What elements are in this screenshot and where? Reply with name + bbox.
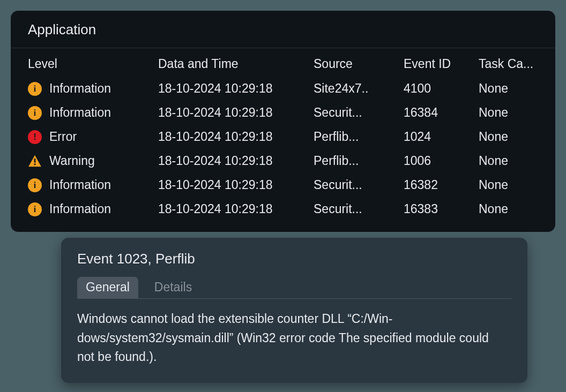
source-cell: Securit... — [314, 202, 404, 216]
level-cell: iInformation — [28, 202, 158, 216]
svg-rect-1 — [34, 163, 36, 165]
datetime-cell: 18-10-2024 10:29:18 — [158, 81, 314, 96]
event-detail-panel: Event 1023, Perflib General Details Wind… — [61, 238, 527, 383]
table-row[interactable]: iInformation18-10-2024 10:29:18Site24x7.… — [28, 77, 538, 101]
column-header-task[interactable]: Task Ca... — [479, 57, 538, 71]
level-text: Warning — [49, 154, 95, 168]
level-text: Information — [49, 178, 111, 192]
column-header-level[interactable]: Level — [28, 57, 158, 71]
error-icon: ! — [28, 130, 42, 144]
table-header: Level Data and Time Source Event ID Task… — [11, 48, 555, 77]
source-cell: Perflib... — [314, 154, 404, 168]
level-cell: iInformation — [28, 105, 158, 120]
datetime-cell: 18-10-2024 10:29:18 — [158, 130, 314, 144]
detail-tabs: General Details — [77, 277, 511, 299]
task-cell: None — [479, 178, 538, 192]
table-row[interactable]: Warning18-10-2024 10:29:18Perflib...1006… — [28, 149, 538, 173]
level-text: Information — [49, 202, 111, 216]
task-cell: None — [479, 202, 538, 216]
info-icon: i — [28, 82, 42, 96]
detail-body: Windows cannot load the extensible count… — [77, 310, 495, 367]
level-cell: !Error — [28, 130, 158, 144]
eventid-cell: 4100 — [404, 81, 479, 96]
level-cell: Warning — [28, 154, 158, 168]
eventid-cell: 1024 — [404, 130, 479, 144]
table-row[interactable]: iInformation18-10-2024 10:29:18Securit..… — [28, 197, 538, 221]
column-header-eventid[interactable]: Event ID — [404, 57, 479, 71]
column-header-source[interactable]: Source — [314, 57, 404, 71]
datetime-cell: 18-10-2024 10:29:18 — [158, 202, 314, 216]
level-cell: iInformation — [28, 81, 158, 96]
table-row[interactable]: iInformation18-10-2024 10:29:18Securit..… — [28, 173, 538, 197]
panel-title: Application — [28, 21, 538, 38]
level-cell: iInformation — [28, 178, 158, 192]
panel-header: Application — [11, 11, 555, 48]
svg-rect-0 — [34, 159, 36, 163]
source-cell: Perflib... — [314, 130, 404, 144]
info-icon: i — [28, 202, 42, 216]
tab-general[interactable]: General — [77, 277, 138, 299]
eventid-cell: 1006 — [404, 154, 479, 168]
table-row[interactable]: iInformation18-10-2024 10:29:18Securit..… — [28, 101, 538, 125]
column-header-datetime[interactable]: Data and Time — [158, 57, 314, 71]
info-icon: i — [28, 178, 42, 192]
source-cell: Securit... — [314, 105, 404, 120]
task-cell: None — [479, 81, 538, 96]
warning-icon — [28, 154, 42, 168]
source-cell: Site24x7.. — [314, 81, 404, 96]
task-cell: None — [479, 154, 538, 168]
table-row[interactable]: !Error18-10-2024 10:29:18Perflib...1024N… — [28, 125, 538, 149]
datetime-cell: 18-10-2024 10:29:18 — [158, 105, 314, 120]
tab-details[interactable]: Details — [146, 277, 200, 299]
event-log-panel: Application Level Data and Time Source E… — [11, 11, 555, 232]
task-cell: None — [479, 105, 538, 120]
datetime-cell: 18-10-2024 10:29:18 — [158, 154, 314, 168]
eventid-cell: 16384 — [404, 105, 479, 120]
level-text: Information — [49, 105, 111, 120]
task-cell: None — [479, 130, 538, 144]
level-text: Error — [49, 130, 77, 144]
detail-title: Event 1023, Perflib — [77, 251, 511, 267]
eventid-cell: 16383 — [404, 202, 479, 216]
eventid-cell: 16382 — [404, 178, 479, 192]
source-cell: Securit... — [314, 178, 404, 192]
table-body: iInformation18-10-2024 10:29:18Site24x7.… — [11, 77, 555, 221]
info-icon: i — [28, 106, 42, 120]
level-text: Information — [49, 81, 111, 96]
datetime-cell: 18-10-2024 10:29:18 — [158, 178, 314, 192]
